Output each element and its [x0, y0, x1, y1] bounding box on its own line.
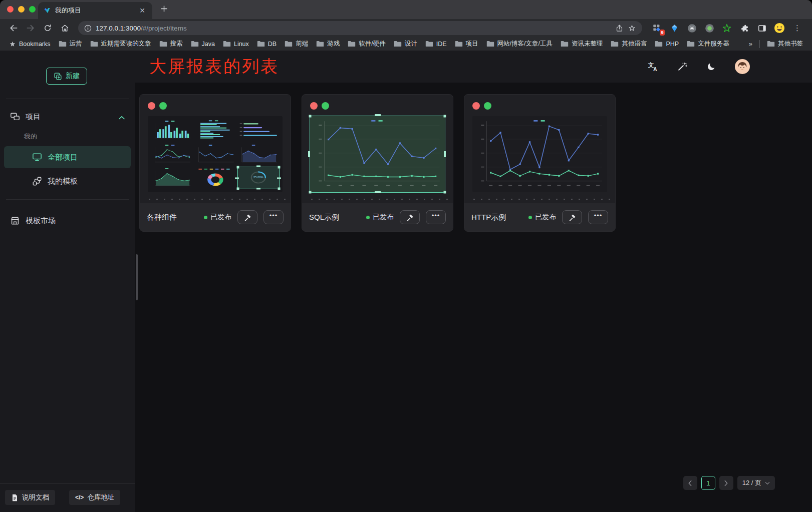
- sidebar: 新建 项目 我的 全部项目 我的模板 模板市场: [0, 51, 135, 512]
- selection-handle[interactable]: [309, 191, 312, 194]
- next-page-button[interactable]: [719, 476, 733, 490]
- group-project-label: 项目: [26, 112, 41, 122]
- more-button[interactable]: •••: [426, 210, 446, 224]
- tab-close-icon[interactable]: ✕: [137, 6, 147, 15]
- bookmark-folder[interactable]: Java: [187, 40, 219, 49]
- selection-handle[interactable]: [444, 191, 446, 194]
- selection-handle[interactable]: [444, 151, 446, 157]
- project-card[interactable]: 25.00% 各种组件 已发布 •••: [139, 94, 291, 232]
- extensions-puzzle-icon[interactable]: [739, 23, 750, 34]
- more-button[interactable]: •••: [588, 210, 608, 224]
- dark-mode-moon-icon[interactable]: [706, 62, 716, 72]
- sidebar-divider: [6, 199, 129, 200]
- selection-handle[interactable]: [309, 115, 312, 118]
- selection-handle[interactable]: [256, 166, 260, 167]
- sidebar-item-all-projects[interactable]: 全部项目: [4, 146, 131, 168]
- close-window-button[interactable]: [7, 6, 14, 13]
- forward-icon[interactable]: [23, 21, 38, 35]
- page-size-select[interactable]: 12 / 页: [737, 476, 775, 490]
- selection-handle[interactable]: [375, 191, 381, 193]
- edit-button[interactable]: [562, 210, 582, 224]
- selection-handle[interactable]: [375, 114, 381, 116]
- folder-icon: [257, 41, 265, 47]
- home-icon[interactable]: [57, 21, 72, 35]
- magic-wand-icon[interactable]: [677, 62, 687, 72]
- card-footer: 各种组件 已发布 •••: [140, 203, 291, 231]
- bookmark-folder[interactable]: 其他语言: [607, 39, 651, 49]
- project-card[interactable]: SQL示例 已发布 •••: [302, 94, 453, 232]
- selection-handle[interactable]: [308, 151, 310, 157]
- repo-button[interactable]: </> 仓库地址: [69, 490, 120, 505]
- bookmark-folder[interactable]: 项目: [451, 39, 482, 49]
- selection-handle[interactable]: [278, 188, 280, 190]
- bookmark-star-icon[interactable]: [628, 24, 636, 33]
- bookmark-folder[interactable]: DB: [253, 40, 281, 49]
- docs-button[interactable]: 说明文档: [5, 490, 55, 505]
- bookmark-folder[interactable]: 游戏: [312, 39, 344, 49]
- selection-handle[interactable]: [256, 188, 260, 190]
- reload-icon[interactable]: [40, 21, 55, 35]
- bookmark-folder[interactable]: 运营: [55, 39, 86, 49]
- prev-page-button[interactable]: [683, 476, 697, 490]
- bookmark-folder[interactable]: IDE: [421, 40, 451, 49]
- selection-handle[interactable]: [237, 166, 239, 169]
- edit-button[interactable]: [400, 210, 420, 224]
- edit-button[interactable]: [237, 210, 257, 224]
- page-number-button[interactable]: 1: [701, 476, 715, 490]
- bookmark-folder[interactable]: 前端: [281, 39, 312, 49]
- zoom-window-button[interactable]: [29, 6, 36, 13]
- bookmark-folder[interactable]: 搜索: [155, 39, 187, 49]
- selection-handle[interactable]: [278, 166, 280, 169]
- language-icon[interactable]: 文A: [648, 62, 658, 72]
- profile-avatar[interactable]: [774, 23, 785, 34]
- project-thumbnail[interactable]: [472, 116, 607, 192]
- bookmark-folder[interactable]: 网站/博客/文章/工具: [482, 39, 557, 49]
- selection-handle[interactable]: [444, 115, 446, 118]
- folder-icon: [455, 41, 463, 47]
- sidebar-item-template-market[interactable]: 模板市场: [0, 210, 135, 232]
- bookmark-folder[interactable]: Linux: [219, 40, 253, 49]
- selection-handle[interactable]: [237, 188, 239, 190]
- user-avatar[interactable]: [735, 59, 750, 74]
- share-icon[interactable]: [615, 24, 624, 33]
- other-bookmarks-item[interactable]: 其他书签: [763, 39, 807, 49]
- site-info-icon[interactable]: [84, 25, 92, 32]
- widgets-preview: 25.00%: [148, 116, 283, 192]
- extension-grid-icon[interactable]: 9: [651, 23, 662, 34]
- bookmarks-manager-item[interactable]: Bookmarks: [5, 40, 55, 49]
- ellipsis-icon: •••: [594, 216, 603, 219]
- sidebar-group-project[interactable]: 项目: [0, 105, 135, 128]
- extension-gem-icon[interactable]: [669, 23, 680, 34]
- extension-star-icon[interactable]: [721, 23, 732, 34]
- new-project-button[interactable]: 新建: [46, 68, 87, 85]
- browser-tab[interactable]: 我的项目 ✕: [38, 2, 152, 19]
- project-card[interactable]: HTTP示例 已发布 •••: [464, 94, 616, 232]
- browser-menu-icon[interactable]: ⋮: [791, 24, 803, 33]
- green-dot: [484, 102, 491, 110]
- more-button[interactable]: •••: [263, 210, 284, 224]
- tab-title: 我的项目: [55, 6, 133, 15]
- selection-handle[interactable]: [277, 177, 281, 179]
- new-tab-button[interactable]: [159, 4, 169, 16]
- bookmark-folder[interactable]: 近期需要读的文章: [86, 39, 155, 49]
- chevron-up-icon[interactable]: [119, 113, 125, 121]
- bookmark-folder[interactable]: PHP: [651, 40, 683, 49]
- minimize-window-button[interactable]: [18, 6, 25, 13]
- extension-record-icon[interactable]: [704, 23, 715, 34]
- bookmark-folder[interactable]: 资讯未整理: [557, 39, 607, 49]
- bookmark-folder[interactable]: 设计: [390, 39, 421, 49]
- project-name: HTTP示例: [471, 213, 506, 222]
- side-panel-icon[interactable]: [756, 23, 767, 34]
- sidebar-item-my-templates[interactable]: 我的模板: [4, 170, 131, 192]
- project-thumbnail[interactable]: [310, 116, 445, 192]
- bookmarks-overflow-icon[interactable]: »: [745, 40, 756, 48]
- back-icon[interactable]: [6, 21, 21, 35]
- dotted-separator: [306, 198, 449, 201]
- bookmark-folder[interactable]: 软件/硬件: [344, 39, 389, 49]
- project-thumbnail[interactable]: 25.00%: [148, 116, 283, 192]
- extension-command-icon[interactable]: [686, 23, 697, 34]
- selection-handle[interactable]: [235, 177, 239, 179]
- bookmark-folder[interactable]: 文件服务器: [683, 39, 733, 49]
- bookmark-folder-label: 前端: [296, 40, 308, 48]
- address-bar[interactable]: 127.0.0.1:3000/#/project/items: [78, 21, 642, 35]
